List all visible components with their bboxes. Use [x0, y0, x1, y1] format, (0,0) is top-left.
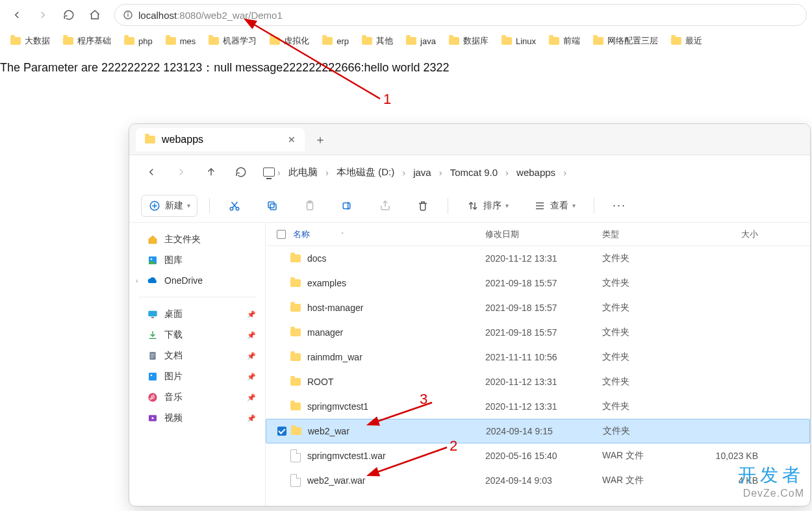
sidebar-item-label: 图片	[164, 371, 183, 382]
bookmark-item[interactable]: 虚拟化	[264, 32, 314, 49]
sidebar-item-label: 桌面	[164, 308, 183, 320]
file-type: 文件夹	[602, 302, 693, 314]
new-tab-button[interactable]: ＋	[310, 129, 331, 150]
copy-button[interactable]	[259, 195, 285, 216]
pin-icon: 📌	[247, 331, 256, 340]
breadcrumb-item[interactable]: java	[408, 164, 437, 181]
bookmark-item[interactable]: erp	[317, 34, 354, 49]
bookmark-item[interactable]: mes	[160, 34, 201, 49]
sidebar-item-pictures[interactable]: 图片📌	[129, 366, 265, 387]
annotation-label-1: 1	[383, 91, 391, 108]
bookmark-item[interactable]: 程序基础	[58, 32, 116, 49]
this-pc-icon[interactable]	[263, 168, 275, 177]
file-row[interactable]: springmvctest12020-11-12 13:31文件夹	[266, 394, 810, 419]
info-icon	[123, 10, 133, 20]
url-text: localhost:8080/web2_war/Demo1	[138, 10, 283, 21]
share-button[interactable]	[372, 195, 398, 216]
file-date: 2021-11-11 10:56	[485, 352, 602, 362]
folder-icon	[290, 353, 301, 361]
file-type: 文件夹	[602, 327, 693, 338]
explorer-forward-button[interactable]	[168, 159, 194, 185]
sidebar-item-gallery[interactable]: 图库	[129, 250, 265, 271]
file-row[interactable]: docs2020-11-12 13:31文件夹	[266, 246, 810, 271]
bookmark-label: 网络配置三层	[607, 35, 658, 47]
annotation-label-3: 3	[420, 391, 427, 408]
cut-button[interactable]	[222, 195, 247, 216]
pin-icon: 📌	[247, 373, 256, 381]
bookmark-item[interactable]: Linux	[496, 34, 541, 49]
explorer-up-button[interactable]	[198, 159, 224, 185]
bookmark-label: java	[420, 36, 436, 46]
file-row[interactable]: ROOT2020-11-12 13:31文件夹	[266, 369, 810, 394]
breadcrumb-item[interactable]: 本地磁盘 (D:)	[331, 164, 400, 181]
view-button[interactable]: 查看▾	[527, 195, 582, 216]
more-button[interactable]: ···	[606, 195, 633, 216]
sidebar-item-documents[interactable]: 文档📌	[129, 345, 265, 366]
download-icon	[147, 330, 158, 340]
music-icon	[147, 392, 158, 403]
file-row[interactable]: manager2021-09-18 15:57文件夹	[266, 320, 810, 345]
explorer-refresh-button[interactable]	[228, 159, 254, 185]
view-label: 查看	[550, 200, 568, 212]
delete-button[interactable]	[410, 195, 436, 216]
reload-button[interactable]	[57, 3, 81, 27]
sidebar-item-downloads[interactable]: 下载📌	[129, 325, 265, 345]
file-type: 文件夹	[602, 277, 693, 289]
folder-icon	[63, 37, 73, 45]
sidebar-item-onedrive[interactable]: ›OneDrive	[129, 271, 265, 290]
bookmark-item[interactable]: php	[119, 34, 158, 49]
breadcrumb-item[interactable]: 此电脑	[283, 164, 323, 181]
breadcrumb-item[interactable]: Tomcat 9.0	[445, 164, 503, 181]
column-header-name[interactable]: 名称˄	[290, 229, 485, 240]
bookmarks-bar: 大数据程序基础phpmes机器学习虚拟化erp其他java数据库Linux前端网…	[0, 30, 812, 52]
pin-icon: 📌	[247, 352, 256, 360]
bookmark-item[interactable]: 其他	[357, 32, 398, 49]
svg-rect-24	[151, 317, 154, 318]
bookmark-item[interactable]: 网络配置三层	[588, 32, 663, 49]
new-button[interactable]: 新建 ▾	[141, 195, 197, 217]
share-icon	[379, 199, 392, 212]
back-button[interactable]	[5, 3, 29, 27]
bookmark-item[interactable]: 大数据	[5, 32, 55, 49]
home-button[interactable]	[83, 3, 107, 27]
explorer-tab[interactable]: webapps ✕	[136, 128, 305, 151]
column-header-size[interactable]: 大小	[693, 229, 771, 240]
file-icon	[290, 474, 301, 487]
rename-button[interactable]	[335, 195, 361, 216]
folder-icon	[671, 37, 681, 45]
breadcrumb-item[interactable]: webapps	[511, 164, 561, 181]
file-row[interactable]: rainmdm_war2021-11-11 10:56文件夹	[266, 345, 810, 369]
file-row[interactable]: web2_war2024-09-14 9:15文件夹	[266, 419, 810, 443]
breadcrumb: › 此电脑›本地磁盘 (D:)›java›Tomcat 9.0›webapps›	[258, 164, 801, 181]
sidebar-item-music[interactable]: 音乐📌	[129, 387, 265, 408]
close-tab-button[interactable]: ✕	[288, 134, 296, 145]
column-header-date[interactable]: 修改日期	[485, 229, 602, 240]
row-checkbox[interactable]	[277, 427, 286, 436]
paste-button[interactable]	[297, 195, 323, 216]
column-header-type[interactable]: 类型	[602, 229, 693, 240]
sidebar-item-home[interactable]: 主文件夹	[129, 229, 265, 250]
explorer-back-button[interactable]	[138, 159, 164, 185]
chevron-down-icon: ▾	[187, 202, 190, 209]
bookmark-item[interactable]: 机器学习	[203, 32, 262, 49]
forward-button[interactable]	[31, 3, 55, 27]
file-row[interactable]: examples2021-09-18 15:57文件夹	[266, 271, 810, 295]
sidebar-item-videos[interactable]: 视频📌	[129, 408, 265, 429]
folder-icon	[322, 37, 333, 45]
file-size: 4 KB	[693, 475, 771, 486]
chevron-right-icon: ›	[563, 167, 566, 178]
sort-button[interactable]: 排序▾	[460, 195, 515, 216]
file-row[interactable]: springmvctest1.war2020-05-16 15:40WAR 文件…	[266, 443, 810, 468]
address-bar[interactable]: localhost:8080/web2_war/Demo1	[114, 4, 807, 26]
sidebar-item-desktop[interactable]: 桌面📌	[129, 304, 265, 325]
bookmark-item[interactable]: 前端	[544, 32, 585, 49]
bookmark-item[interactable]: java	[401, 34, 441, 49]
video-icon	[147, 413, 158, 423]
bookmark-item[interactable]: 数据库	[444, 32, 494, 49]
explorer-titlebar: webapps ✕ ＋	[129, 124, 810, 155]
bookmark-item[interactable]: 最近	[666, 32, 707, 49]
select-all-checkbox[interactable]	[277, 230, 286, 239]
file-row[interactable]: host-manager2021-09-18 15:57文件夹	[266, 295, 810, 320]
file-row[interactable]: web2_war.war2024-09-14 9:03WAR 文件4 KB	[266, 468, 810, 493]
svg-point-31	[151, 375, 153, 377]
